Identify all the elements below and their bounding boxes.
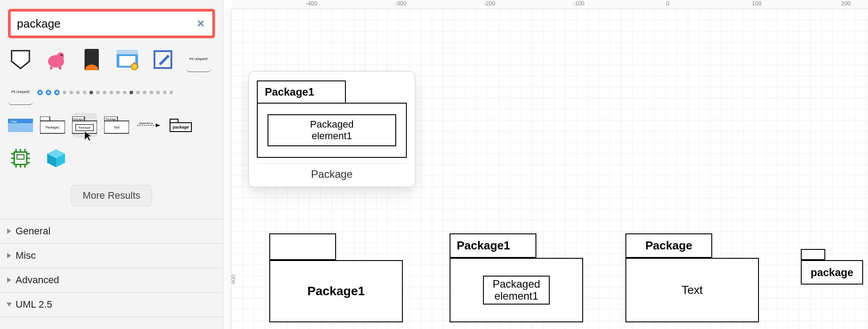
- ruler-tick: -400: [306, 0, 317, 9]
- svg-text:Packaged: Packaged: [79, 126, 91, 129]
- dot-icon: [116, 91, 120, 94]
- svg-text:Text: Text: [114, 126, 120, 129]
- pk-uniqueid-label-icon[interactable]: PK UniqueID: [8, 80, 33, 105]
- chip-icon[interactable]: [8, 146, 33, 171]
- preview-caption: Package: [257, 163, 407, 181]
- uml-package-nested-icon[interactable]: Package1Packaged: [72, 113, 97, 138]
- sidebar: × PK UniqueID: [0, 0, 223, 329]
- svg-text:Package1: Package1: [45, 126, 59, 129]
- ruler-vertical: 400: [223, 9, 231, 329]
- package-inner-element[interactable]: Packaged element1: [483, 276, 550, 305]
- accordion-section-general[interactable]: General: [0, 219, 223, 244]
- more-results-button[interactable]: More Results: [71, 185, 153, 206]
- clear-search-icon[interactable]: ×: [195, 18, 206, 29]
- inner-label: Packaged: [276, 119, 387, 130]
- search-input[interactable]: [17, 14, 195, 33]
- dot-icon: [69, 91, 73, 94]
- canvas-package-node[interactable]: Package1: [269, 233, 403, 322]
- package-tab: [801, 249, 825, 260]
- canvas-area: -400 -300 -200 -100 0 100 200 400 Packag…: [223, 0, 868, 329]
- dot-icon: [136, 91, 140, 94]
- ruler-tick: -100: [573, 0, 584, 9]
- more-results-row: More Results: [8, 179, 215, 217]
- ruler-horizontal: -400 -300 -200 -100 0 100 200: [231, 0, 868, 9]
- shape-category-accordion: General Misc Advanced UML 2.5: [0, 219, 223, 317]
- svg-rect-2: [50, 67, 53, 69]
- preview-package-body: Packaged element1: [257, 103, 407, 158]
- svg-rect-7: [117, 50, 138, 54]
- svg-rect-33: [17, 155, 24, 159]
- preview-package-inner: Packaged element1: [268, 114, 396, 146]
- svg-rect-32: [14, 152, 27, 164]
- edit-square-icon[interactable]: [150, 47, 175, 72]
- ruler-tick: 200: [841, 0, 851, 9]
- dot-icon: [76, 91, 80, 94]
- svg-text:Page: Page: [11, 120, 17, 123]
- svg-point-1: [57, 52, 64, 60]
- ruler-tick: -200: [484, 0, 495, 9]
- canvas-package-node[interactable]: Package Text: [625, 233, 759, 322]
- dot-icon: [143, 91, 146, 94]
- dot-icon: [123, 91, 126, 94]
- pk-uniqueid-label-icon[interactable]: PK UniqueID: [186, 47, 211, 72]
- palette-row: PK UniqueID: [8, 47, 215, 72]
- accordion-label: UML 2.5: [16, 299, 52, 310]
- canvas-package-node[interactable]: package: [801, 249, 863, 285]
- svg-rect-12: [8, 123, 33, 132]
- dot-icon: [150, 91, 153, 94]
- search-container: ×: [8, 9, 215, 38]
- package-body: Package1: [269, 260, 403, 322]
- palette-row: Page Package1 Package1Packaged PackageTe…: [8, 113, 215, 138]
- svg-text:«dependency»: «dependency»: [139, 122, 154, 124]
- canvas-package-node[interactable]: Package1 Packaged element1: [450, 233, 583, 322]
- page-shape-icon[interactable]: Page: [8, 113, 33, 138]
- package-tab: Package: [625, 233, 712, 258]
- chevron-right-icon: [7, 277, 11, 283]
- svg-marker-27: [156, 124, 160, 127]
- ruler-tick: 100: [752, 0, 762, 9]
- uml-package-text-icon[interactable]: PackageText: [104, 113, 129, 138]
- svg-point-4: [61, 54, 62, 56]
- dot-icon[interactable]: [54, 90, 60, 95]
- svg-text:Package: Package: [105, 118, 116, 120]
- dot-icon[interactable]: [46, 90, 51, 95]
- uml-package-small-icon[interactable]: package: [168, 113, 193, 138]
- drawing-canvas[interactable]: Package1 Package1 Packaged element1 Pack…: [231, 9, 868, 329]
- dot-icon: [89, 91, 93, 94]
- inner-label: Packaged: [493, 278, 540, 290]
- dot-icon: [110, 91, 113, 94]
- package-tab: Package1: [450, 233, 536, 258]
- inner-label: element1: [493, 290, 540, 302]
- package-body: package: [801, 260, 863, 285]
- shield-shape-icon[interactable]: [8, 47, 33, 72]
- svg-rect-14: [40, 116, 50, 121]
- chevron-down-icon: [7, 303, 12, 307]
- accordion-section-advanced[interactable]: Advanced: [0, 268, 223, 293]
- box3d-icon[interactable]: [44, 146, 69, 171]
- chevron-right-icon: [7, 253, 11, 258]
- ruler-tick: -300: [395, 0, 406, 9]
- uml-package-simple-icon[interactable]: Package1: [40, 113, 65, 138]
- palette-row: PK UniqueID: [8, 80, 215, 105]
- svg-text:package: package: [173, 125, 189, 129]
- piggy-bank-icon[interactable]: [44, 47, 69, 72]
- ruler-tick: 0: [666, 0, 669, 9]
- dot-icon: [63, 91, 66, 94]
- accordion-label: Advanced: [16, 274, 59, 286]
- app-root: × PK UniqueID: [0, 0, 868, 329]
- accordion-section-misc[interactable]: Misc: [0, 244, 223, 268]
- window-settings-icon[interactable]: [115, 47, 140, 72]
- pagination-dots[interactable]: [37, 90, 173, 95]
- accordion-section-uml25[interactable]: UML 2.5: [0, 293, 223, 317]
- svg-rect-29: [170, 119, 178, 123]
- inner-label: element1: [276, 130, 387, 142]
- server-icon[interactable]: [79, 47, 104, 72]
- package-tab: [269, 233, 336, 260]
- accordion-label: General: [16, 225, 50, 237]
- drag-preview-tooltip: Package1 Packaged element1 Package: [248, 71, 415, 187]
- dot-icon[interactable]: [37, 90, 43, 95]
- package-body: Text: [625, 258, 759, 322]
- dependency-arrow-icon[interactable]: «dependency»: [136, 113, 161, 138]
- dot-icon: [170, 91, 173, 94]
- dot-icon: [96, 91, 100, 94]
